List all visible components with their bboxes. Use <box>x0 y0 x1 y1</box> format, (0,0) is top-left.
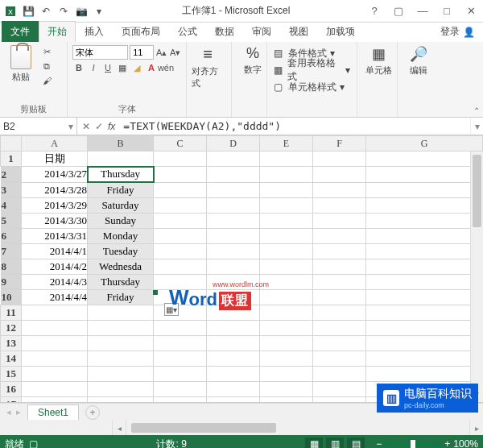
tab-formulas[interactable]: 公式 <box>169 21 206 42</box>
hscroll-thumb[interactable] <box>131 423 276 433</box>
cell[interactable] <box>154 382 207 397</box>
cell[interactable] <box>207 336 260 351</box>
cell[interactable] <box>313 289 366 305</box>
cell[interactable] <box>22 382 88 397</box>
cell[interactable] <box>260 259 313 274</box>
cell[interactable]: 2014/3/29 <box>22 197 88 213</box>
cell[interactable] <box>154 351 207 367</box>
cell[interactable] <box>366 259 483 274</box>
tab-view[interactable]: 视图 <box>280 21 317 42</box>
row-header[interactable]: 2 <box>1 167 22 182</box>
row-header[interactable]: 9 <box>1 274 22 289</box>
sheet-tab-sheet1[interactable]: Sheet1 <box>27 404 79 420</box>
cell[interactable] <box>207 243 260 259</box>
save-icon[interactable]: 💾 <box>21 4 35 19</box>
cell[interactable] <box>313 259 366 274</box>
row-header[interactable]: 14 <box>1 351 22 367</box>
cell[interactable]: 2014/4/1 <box>22 243 88 259</box>
cell[interactable]: Thursday <box>88 167 154 183</box>
minimize-icon[interactable]: — <box>414 5 431 18</box>
row-header[interactable]: 4 <box>1 197 22 213</box>
cell[interactable] <box>207 351 260 367</box>
cell[interactable] <box>207 367 260 382</box>
cell[interactable] <box>313 367 366 382</box>
cell[interactable] <box>260 274 313 289</box>
cell-styles-button[interactable]: ▢单元格样式▾ <box>272 79 352 95</box>
font-name-select[interactable]: 宋体 <box>72 45 128 60</box>
cell[interactable] <box>366 182 483 197</box>
cell[interactable] <box>313 305 366 321</box>
help-icon[interactable]: ? <box>365 5 383 18</box>
cell[interactable] <box>22 367 88 382</box>
cell[interactable]: Saturday <box>88 197 154 213</box>
row-header[interactable]: 16 <box>1 382 22 397</box>
cell[interactable] <box>207 167 260 183</box>
col-header-c[interactable]: C <box>154 136 207 151</box>
enter-formula-icon[interactable]: ✓ <box>95 121 103 132</box>
cell[interactable] <box>313 182 366 197</box>
italic-button[interactable]: I <box>87 61 100 74</box>
cell[interactable] <box>22 321 88 336</box>
cell[interactable] <box>366 321 483 336</box>
cell[interactable] <box>313 197 366 213</box>
cell[interactable]: Sunday <box>88 213 154 228</box>
view-page-break-icon[interactable]: ▤ <box>347 438 365 448</box>
cell[interactable]: 2014/3/30 <box>22 213 88 228</box>
cell[interactable] <box>366 167 483 183</box>
cell[interactable] <box>313 397 366 404</box>
cell[interactable] <box>260 289 313 305</box>
cut-icon[interactable]: ✂ <box>40 45 53 58</box>
name-box[interactable]: B2▾ <box>0 118 77 135</box>
cell[interactable] <box>154 289 207 305</box>
cell[interactable]: Friday <box>88 182 154 197</box>
col-header-d[interactable]: D <box>207 136 260 151</box>
cell[interactable]: 日期 <box>22 151 88 167</box>
vertical-scrollbar[interactable]: ▴ ▾ <box>470 151 483 402</box>
cell[interactable]: Monday <box>88 228 154 243</box>
cell[interactable] <box>88 336 154 351</box>
cell[interactable] <box>366 289 483 305</box>
cell[interactable]: Thursday <box>88 274 154 289</box>
col-header-a[interactable]: A <box>22 136 88 151</box>
view-page-layout-icon[interactable]: ▥ <box>326 438 344 448</box>
cell[interactable] <box>260 182 313 197</box>
cell[interactable] <box>22 397 88 404</box>
tab-data[interactable]: 数据 <box>206 21 243 42</box>
decrease-font-icon[interactable]: A▾ <box>169 46 181 59</box>
cell[interactable] <box>313 243 366 259</box>
fill-handle[interactable] <box>153 290 158 295</box>
cell[interactable] <box>260 321 313 336</box>
cell[interactable] <box>207 289 260 305</box>
cell[interactable] <box>154 197 207 213</box>
cell[interactable] <box>154 336 207 351</box>
cell[interactable] <box>207 259 260 274</box>
ribbon-toggle-icon[interactable]: ▢ <box>390 5 407 18</box>
cell[interactable] <box>260 351 313 367</box>
cell[interactable] <box>260 367 313 382</box>
cell[interactable] <box>154 151 207 167</box>
cell[interactable] <box>313 321 366 336</box>
autofill-options-button[interactable]: ▦▾ <box>164 303 179 316</box>
row-header[interactable]: 8 <box>1 259 22 274</box>
cell[interactable] <box>366 382 483 397</box>
maximize-icon[interactable]: □ <box>438 5 456 18</box>
collapse-ribbon-icon[interactable]: ⌃ <box>473 106 480 115</box>
view-normal-icon[interactable]: ▦ <box>305 438 323 448</box>
cell[interactable] <box>154 228 207 243</box>
cell[interactable] <box>366 197 483 213</box>
cell[interactable] <box>207 397 260 404</box>
format-as-table-button[interactable]: ▦套用表格格式▾ <box>272 62 352 78</box>
cell[interactable] <box>260 305 313 321</box>
sheet-nav-last-icon[interactable]: ▸ <box>16 407 21 417</box>
alignment-button[interactable]: ≡ 对齐方式 <box>192 45 224 89</box>
expand-formula-bar-icon[interactable]: ▾ <box>470 118 483 135</box>
border-button[interactable]: ▦ <box>116 61 129 74</box>
cell[interactable] <box>88 382 154 397</box>
cell[interactable] <box>207 305 260 321</box>
bold-button[interactable]: B <box>72 61 85 74</box>
cell[interactable] <box>313 351 366 367</box>
zoom-in-icon[interactable]: + <box>444 438 450 448</box>
cell[interactable] <box>154 274 207 289</box>
cell[interactable] <box>260 382 313 397</box>
cell[interactable] <box>313 167 366 183</box>
